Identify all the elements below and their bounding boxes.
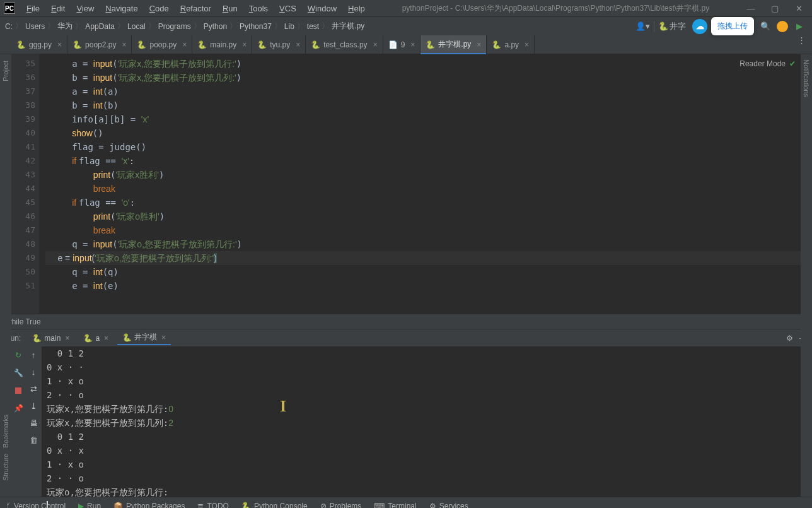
editor-tab[interactable]: 🐍test_class.py× (306, 35, 383, 54)
reader-mode[interactable]: Reader Mode✔ (740, 59, 796, 68)
close-icon[interactable]: × (182, 40, 187, 49)
toolwin-run[interactable]: ▶Run (78, 502, 101, 509)
breadcrumbs[interactable]: C:〉Users〉华为〉AppData〉Local〉Programs〉Pytho… (5, 21, 364, 32)
navigation-bar: C:〉Users〉华为〉AppData〉Local〉Programs〉Pytho… (0, 16, 812, 35)
editor-tab[interactable]: 🐍poop.py× (132, 35, 192, 54)
python-file-icon: 🐍 (311, 40, 320, 49)
svc-icon: ⚙ (429, 502, 436, 509)
console-actions-primary: ↻ 🔧 📌 (11, 346, 25, 497)
menu-run[interactable]: Run (218, 3, 243, 15)
trash-icon[interactable]: 🗑 (30, 435, 38, 445)
close-icon[interactable]: × (296, 40, 300, 49)
user-menu-icon[interactable]: 👤▾ (635, 21, 650, 31)
breadcrumb-segment[interactable]: Users (25, 22, 45, 31)
tools-icon[interactable]: 🔧 (13, 368, 23, 378)
editor-tab[interactable]: 🐍poop2.py× (67, 35, 132, 54)
run-tab[interactable]: 🐍井字棋× (117, 331, 171, 345)
toolwin-version-control[interactable]: ᚶVersion Control (6, 502, 66, 509)
stop-icon[interactable] (13, 386, 23, 396)
menu-window[interactable]: Window (303, 3, 342, 15)
close-icon[interactable]: × (122, 40, 126, 49)
notifications-tool-button[interactable]: Notifications (803, 59, 810, 97)
code-editor[interactable]: a = input('玩家x,您要把棋子放到第几行:') b = input('… (39, 54, 801, 314)
chevron-right-icon: 〉 (322, 21, 329, 32)
editor-tab[interactable]: 📄9× (383, 35, 421, 54)
editor-tab[interactable]: 🐍井字棋.py× (420, 35, 487, 54)
menu-file[interactable]: File (21, 3, 45, 15)
close-icon[interactable]: × (373, 40, 378, 49)
run-icon[interactable]: ▶ (792, 19, 807, 34)
breadcrumb-segment[interactable]: Python37 (240, 22, 272, 31)
menu-edit[interactable]: Edit (46, 3, 70, 15)
editor-tab[interactable]: 🐍ggg.py× (11, 35, 67, 54)
upload-tooltip[interactable]: 拖拽上传 (711, 17, 754, 35)
python-file-icon: 🐍 (16, 40, 26, 49)
python-icon: 🐍 (122, 333, 132, 342)
run-console-area: ↻ 🔧 📌 ↑ ↓ ⇄ ⤓ 🖶 🗑 0 1 2 0 x · · 1 · x o … (0, 346, 812, 497)
run-config-label[interactable]: 井字 (670, 21, 686, 32)
project-tool-button[interactable]: Project (2, 58, 9, 84)
line-numbers: 35 36 37 38 39 40 41 42 43 44 45 46 47 4… (11, 54, 39, 314)
tips-icon[interactable] (777, 21, 788, 32)
console-actions-secondary: ↑ ↓ ⇄ ⤓ 🖶 🗑 (25, 346, 42, 497)
toolwin-terminal[interactable]: ⌨Terminal (374, 502, 416, 509)
menu-refactor[interactable]: Refactor (175, 3, 216, 15)
breadcrumb-segment[interactable]: Python (204, 22, 227, 31)
close-button[interactable]: ✕ (789, 2, 808, 15)
toolwin-python-console[interactable]: 🐍Python Console (241, 502, 308, 509)
breadcrumb-segment[interactable]: Local (127, 22, 146, 31)
close-icon[interactable]: × (525, 40, 529, 49)
chevron-right-icon: 〉 (194, 21, 201, 32)
toolwin-problems[interactable]: ⊘Problems (320, 502, 362, 509)
editor-tab[interactable]: 🐍main.py× (192, 35, 252, 54)
run-config-icon: 🐍 (658, 21, 668, 31)
menu-help[interactable]: Help (343, 3, 370, 15)
run-settings-icon[interactable]: ⚙ (786, 334, 793, 343)
close-icon[interactable]: × (65, 334, 69, 343)
run-tab[interactable]: 🐍main× (27, 331, 74, 345)
python-file-icon: 🐍 (72, 40, 82, 49)
menu-tools[interactable]: Tools (244, 3, 273, 15)
menu-vcs[interactable]: VCS (274, 3, 301, 15)
run-console[interactable]: 0 1 2 0 x · · 1 · x o 2 · · o 玩家x,您要把棋子放… (42, 346, 801, 497)
breadcrumb-segment[interactable]: test (307, 22, 319, 31)
bookmarks-tool-button[interactable]: Bookmarks (2, 415, 9, 448)
breadcrumb-segment[interactable]: Lib (284, 22, 294, 31)
close-icon[interactable]: × (57, 40, 62, 49)
python-file-icon: 🐍 (197, 40, 207, 49)
pin-icon[interactable]: 📌 (13, 403, 23, 413)
down-icon[interactable]: ↓ (32, 367, 36, 377)
window-controls: — ▢ ✕ (741, 2, 808, 15)
minimize-button[interactable]: — (741, 2, 760, 15)
breadcrumb-segment[interactable]: 井字棋.py (332, 21, 364, 32)
more-tabs-icon[interactable]: ⋮ (791, 35, 812, 54)
structure-tool-button[interactable]: Structure (2, 454, 9, 481)
maximize-button[interactable]: ▢ (765, 2, 784, 15)
breadcrumb-segment[interactable]: AppData (85, 22, 115, 31)
toolwin-services[interactable]: ⚙Services (429, 502, 468, 509)
breadcrumb-segment[interactable]: 华为 (57, 21, 72, 32)
breadcrumb-segment[interactable]: Programs (158, 22, 191, 31)
search-icon[interactable]: 🔍 (758, 19, 773, 34)
toolwin-python-packages[interactable]: 📦Python Packages (113, 502, 185, 509)
close-icon[interactable]: × (410, 40, 415, 49)
close-icon[interactable]: × (477, 40, 481, 49)
editor-tab[interactable]: 🐍tyu.py× (252, 35, 306, 54)
close-icon[interactable]: × (104, 334, 108, 343)
close-icon[interactable]: × (161, 333, 166, 342)
menu-code[interactable]: Code (144, 3, 174, 15)
print-icon[interactable]: 🖶 (30, 418, 38, 428)
cloud-icon[interactable]: ☁ (692, 19, 707, 34)
run-tab[interactable]: 🐍a× (78, 331, 113, 345)
up-icon[interactable]: ↑ (32, 350, 36, 360)
rerun-icon[interactable]: ↻ (13, 350, 23, 360)
wrap-icon[interactable]: ⇄ (30, 384, 37, 394)
breadcrumb-segment[interactable]: C: (5, 22, 13, 31)
menu-navigate[interactable]: Navigate (100, 3, 142, 15)
close-icon[interactable]: × (242, 40, 246, 49)
scroll-icon[interactable]: ⤓ (30, 401, 37, 411)
toolwin-todo[interactable]: ≣TODO (197, 502, 228, 509)
editor-tab[interactable]: 🐍a.py× (487, 35, 535, 54)
menu-view[interactable]: View (71, 3, 99, 15)
play-icon: ▶ (78, 502, 84, 509)
